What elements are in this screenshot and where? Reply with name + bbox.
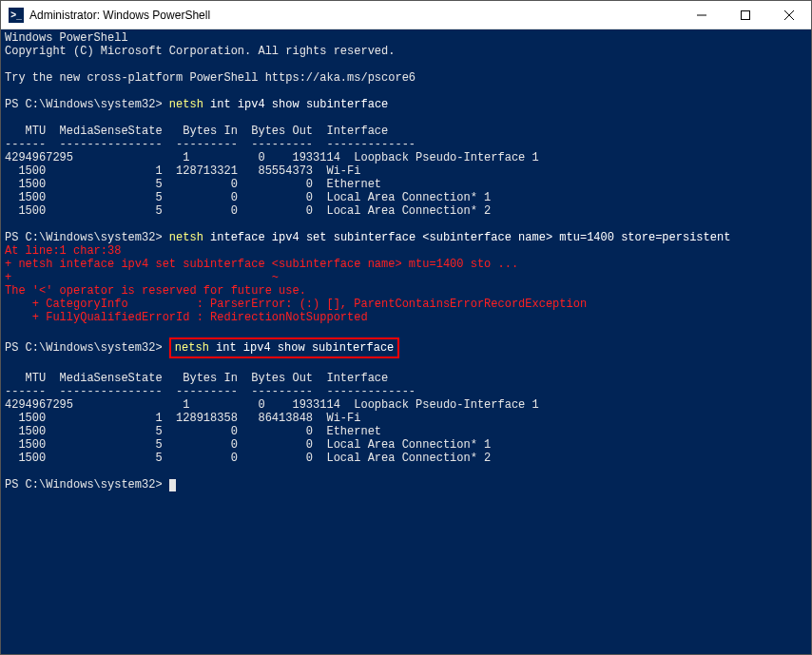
table-row: 1500 1 128918358 86413848 Wi-Fi xyxy=(5,412,360,425)
prompt: PS C:\Windows\system32> xyxy=(5,478,163,491)
maximize-icon xyxy=(741,10,750,20)
error-line: At line:1 char:38 xyxy=(5,244,121,258)
powershell-icon: >_ xyxy=(9,8,24,23)
header-line: Try the new cross-platform PowerShell ht… xyxy=(5,71,416,85)
command-args: int ipv4 show subinterface xyxy=(216,341,394,355)
table-row: 1500 5 0 0 Local Area Connection* 2 xyxy=(5,452,491,465)
prompt: PS C:\Windows\system32> xyxy=(5,98,163,111)
header-line: Copyright (C) Microsoft Corporation. All… xyxy=(5,45,395,58)
titlebar[interactable]: >_ Administrator: Windows PowerShell xyxy=(1,1,811,29)
table-row: 1500 5 0 0 Local Area Connection* 1 xyxy=(5,191,491,204)
close-icon xyxy=(784,10,794,20)
command-exe: netsh xyxy=(169,231,203,244)
powershell-window: >_ Administrator: Windows PowerShell Win… xyxy=(0,0,812,655)
error-line: The '<' operator is reserved for future … xyxy=(5,284,306,298)
maximize-button[interactable] xyxy=(724,1,767,29)
command-exe: netsh xyxy=(175,341,209,355)
table-row: 1500 5 0 0 Ethernet xyxy=(5,178,381,191)
table-row: 1500 1 128713321 85554373 Wi-Fi xyxy=(5,164,360,178)
error-line: + ~ xyxy=(5,271,279,284)
header-line: Windows PowerShell xyxy=(5,31,128,45)
prompt: PS C:\Windows\system32> xyxy=(5,341,163,355)
minimize-icon xyxy=(697,10,706,20)
window-title: Administrator: Windows PowerShell xyxy=(29,9,210,22)
table-row: 1500 5 0 0 Local Area Connection* 2 xyxy=(5,204,491,218)
table-header: MTU MediaSenseState Bytes In Bytes Out I… xyxy=(5,372,388,385)
svg-rect-1 xyxy=(742,10,750,19)
table-row: 4294967295 1 0 1933114 Loopback Pseudo-I… xyxy=(5,398,539,412)
table-header: MTU MediaSenseState Bytes In Bytes Out I… xyxy=(5,125,388,138)
highlighted-command: netsh int ipv4 show subinterface xyxy=(169,337,399,358)
command-args: int ipv4 show subinterface xyxy=(210,98,388,111)
error-line: + netsh inteface ipv4 set subinterface <… xyxy=(5,258,518,271)
table-row: 1500 5 0 0 Ethernet xyxy=(5,425,381,438)
table-row: 4294967295 1 0 1933114 Loopback Pseudo-I… xyxy=(5,151,539,164)
terminal-output[interactable]: Windows PowerShell Copyright (C) Microso… xyxy=(1,29,811,654)
minimize-button[interactable] xyxy=(680,1,724,29)
table-row: 1500 5 0 0 Local Area Connection* 1 xyxy=(5,438,491,452)
prompt: PS C:\Windows\system32> xyxy=(5,231,163,244)
error-line: + CategoryInfo : ParserError: (:) [], Pa… xyxy=(5,298,587,311)
command-exe: netsh xyxy=(169,98,203,111)
command-args: inteface ipv4 set subinterface <subinter… xyxy=(210,231,730,244)
error-line: + FullyQualifiedErrorId : RedirectionNot… xyxy=(5,311,368,324)
cursor[interactable] xyxy=(169,479,176,491)
close-button[interactable] xyxy=(767,1,811,29)
